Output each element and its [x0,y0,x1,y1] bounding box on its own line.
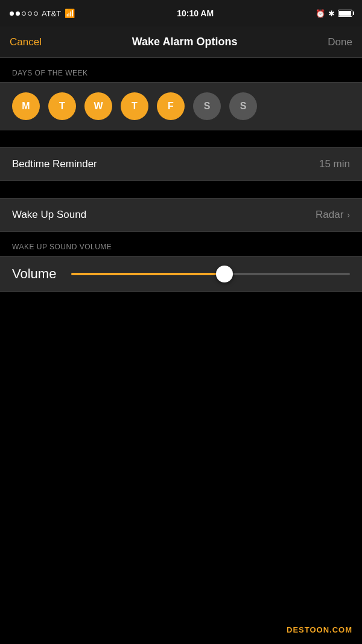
page-title: Wake Alarm Options [132,36,238,48]
gap-1 [0,130,362,147]
status-right: ⏰ ✱ [316,9,352,18]
days-row: M T W T F S S [0,82,362,130]
signal-dot-1 [10,11,14,16]
bluetooth-icon: ✱ [328,9,335,18]
bottom-area [0,292,362,534]
wake-up-sound-label: Wake Up Sound [12,209,86,221]
done-button[interactable]: Done [328,36,352,48]
day-friday[interactable]: F [157,92,185,120]
carrier-label: AT&T [42,9,61,18]
days-section: DAYS OF THE WEEK M T W T F S S [0,58,362,130]
cancel-button[interactable]: Cancel [10,36,42,48]
bedtime-reminder-value: 15 min [319,158,350,170]
status-time: 10:10 AM [177,8,214,18]
status-left: AT&T 📶 [10,8,75,18]
volume-slider-container[interactable] [71,264,350,284]
signal-dot-5 [34,11,38,16]
wake-up-sound-text: Radar [316,209,343,221]
day-thursday[interactable]: T [121,92,148,120]
wake-up-sound-value: Radar › [316,209,350,221]
gap-2 [0,181,362,198]
day-wednesday[interactable]: W [84,92,112,120]
battery-fill [339,11,351,16]
days-header: DAYS OF THE WEEK [0,58,362,82]
signal-dot-4 [28,11,32,16]
volume-section: WAKE UP SOUND VOLUME Volume [0,232,362,292]
status-bar: AT&T 📶 10:10 AM ⏰ ✱ [0,0,362,27]
alarm-icon: ⏰ [316,9,325,18]
bedtime-reminder-label: Bedtime Reminder [12,158,97,170]
bedtime-reminder-row[interactable]: Bedtime Reminder 15 min [0,147,362,181]
wifi-icon: 📶 [65,8,75,18]
chevron-right-icon: › [347,210,350,220]
day-saturday[interactable]: S [193,92,221,120]
signal-dots [10,11,38,16]
wake-up-sound-row[interactable]: Wake Up Sound Radar › [0,198,362,232]
day-sunday[interactable]: S [229,92,257,120]
day-tuesday[interactable]: T [48,92,76,120]
volume-label: Volume [12,266,60,282]
nav-bar: Cancel Wake Alarm Options Done [0,27,362,58]
signal-dot-3 [22,11,26,16]
day-monday[interactable]: M [12,92,40,120]
volume-section-header: WAKE UP SOUND VOLUME [0,232,362,256]
volume-row: Volume [0,256,362,292]
signal-dot-2 [16,11,20,16]
battery-icon [338,10,352,17]
watermark: DESTOON.COM [287,625,352,634]
